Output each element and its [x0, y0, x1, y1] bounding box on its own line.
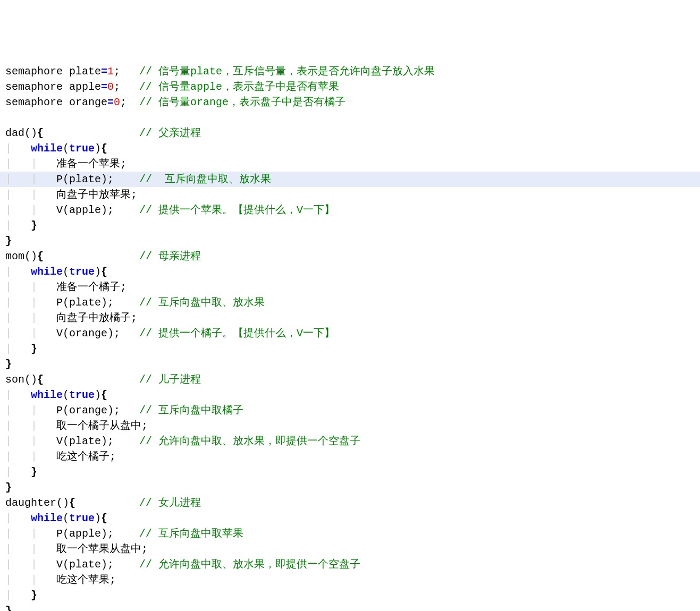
token-identifier: 取一个橘子从盘中;	[56, 420, 148, 432]
token-punct: ()	[24, 127, 37, 139]
code-line[interactable]: mom(){ // 母亲进程	[0, 249, 700, 264]
indent: |	[5, 219, 31, 232]
token-identifier: V(plate);	[56, 435, 139, 447]
token-operator: =	[101, 81, 107, 93]
token-identifier: P(apple);	[56, 528, 139, 540]
code-line[interactable]: | | V(plate); // 允许向盘中取、放水果，即提供一个空盘子	[0, 557, 700, 572]
code-line[interactable]: | | 吃这个橘子;	[0, 449, 700, 464]
indent: | |	[5, 420, 56, 432]
code-line[interactable]: | | 准备一个苹果;	[0, 156, 700, 172]
code-line[interactable]: | | V(apple); // 提供一个苹果。【提供什么，V一下】	[0, 202, 700, 218]
code-line[interactable]	[0, 110, 700, 125]
token-identifier: 吃这个苹果;	[56, 574, 116, 586]
indent: |	[5, 266, 31, 278]
code-line[interactable]: semaphore orange=0; // 信号量orange，表示盘子中是否…	[0, 95, 700, 110]
token-keyword: while	[31, 389, 63, 401]
token-punct: (	[63, 142, 69, 155]
token-punct: )	[95, 512, 101, 524]
token-comment: // 允许向盘中取、放水果，即提供一个空盘子	[139, 558, 360, 571]
code-line[interactable]: daughter(){ // 女儿进程	[0, 495, 700, 511]
code-line[interactable]: | | P(apple); // 互斥向盘中取苹果	[0, 526, 700, 541]
code-line[interactable]: semaphore apple=0; // 信号量apple，表示盘子中是否有苹…	[0, 79, 700, 95]
code-line[interactable]: | while(true){	[0, 511, 700, 526]
token-brace: {	[101, 512, 107, 524]
token-identifier: 准备一个苹果;	[56, 158, 126, 170]
token-punct: (	[63, 266, 69, 278]
code-line[interactable]: | while(true){	[0, 264, 700, 279]
token-identifier: 取一个苹果从盘中;	[56, 543, 148, 555]
code-line[interactable]: | | 吃这个苹果;	[0, 572, 700, 588]
indent: | |	[5, 204, 56, 216]
token-punct: ;	[120, 96, 139, 108]
code-line[interactable]: | | P(plate); // 互斥向盘中取、放水果	[0, 295, 700, 310]
token-identifier: semaphore orange	[5, 96, 107, 108]
token-keyword: true	[69, 142, 95, 155]
token-comment: // 互斥向盘中取橘子	[139, 404, 243, 417]
code-line[interactable]: }	[0, 480, 700, 495]
token-punct	[44, 374, 139, 386]
token-punct: )	[95, 389, 101, 401]
code-line[interactable]: | | 向盘子中放苹果;	[0, 187, 700, 202]
code-line[interactable]: dad(){ // 父亲进程	[0, 125, 700, 141]
indent: | |	[5, 558, 56, 571]
token-identifier: daughter	[5, 497, 56, 509]
indent: | |	[5, 189, 56, 201]
indent: | |	[5, 528, 56, 540]
token-punct: ()	[24, 374, 37, 386]
code-line[interactable]: | while(true){	[0, 387, 700, 403]
code-line[interactable]: | }	[0, 588, 700, 603]
code-line[interactable]: | }	[0, 464, 700, 480]
code-line[interactable]: | | 取一个橘子从盘中;	[0, 418, 700, 434]
token-brace: }	[5, 358, 12, 370]
code-line[interactable]: | }	[0, 341, 700, 357]
token-identifier: dad	[5, 127, 24, 139]
token-comment: // 互斥向盘中取苹果	[139, 528, 243, 540]
token-brace: {	[37, 374, 44, 386]
code-line[interactable]: | | P(orange); // 互斥向盘中取橘子	[0, 403, 700, 418]
token-brace: {	[101, 142, 107, 155]
token-brace: {	[37, 250, 44, 262]
code-line[interactable]: | while(true){	[0, 141, 700, 156]
code-editor[interactable]: semaphore plate=1; // 信号量plate，互斥信号量，表示是…	[0, 64, 700, 611]
token-punct: ()	[24, 250, 37, 262]
token-brace: }	[5, 235, 12, 247]
token-punct	[44, 127, 139, 139]
code-line[interactable]: }	[0, 603, 700, 611]
token-identifier: mom	[5, 250, 24, 262]
token-comment: // 提供一个苹果。【提供什么，V一下】	[139, 204, 335, 216]
token-keyword: true	[69, 512, 95, 524]
token-number: 0	[107, 81, 114, 93]
token-identifier: V(plate);	[56, 558, 139, 571]
token-brace: }	[31, 466, 37, 478]
indent: | |	[5, 435, 56, 447]
token-comment: // 母亲进程	[139, 250, 201, 262]
indent: | |	[5, 296, 56, 309]
code-line[interactable]: | | V(orange); // 提供一个橘子。【提供什么，V一下】	[0, 326, 700, 341]
token-keyword: while	[31, 142, 63, 155]
code-line[interactable]: | | 准备一个橘子;	[0, 279, 700, 295]
indent: | |	[5, 404, 56, 417]
token-comment: // 互斥向盘中取、放水果	[139, 296, 265, 309]
token-punct: ;	[114, 65, 139, 78]
code-line[interactable]: }	[0, 357, 700, 372]
code-line[interactable]: | | V(plate); // 允许向盘中取、放水果，即提供一个空盘子	[0, 434, 700, 449]
token-identifier: V(orange);	[56, 327, 139, 340]
token-identifier: P(plate);	[56, 296, 139, 309]
token-brace: }	[31, 589, 37, 601]
indent: |	[5, 466, 31, 478]
token-brace: }	[5, 605, 12, 611]
code-line[interactable]: }	[0, 233, 700, 249]
token-comment: // 信号量apple，表示盘子中是否有苹果	[139, 81, 339, 93]
indent: | |	[5, 158, 56, 170]
code-line[interactable]: semaphore plate=1; // 信号量plate，互斥信号量，表示是…	[0, 64, 700, 79]
token-brace: {	[37, 127, 44, 139]
indent: | |	[5, 574, 56, 586]
code-line[interactable]: | | 向盘子中放橘子;	[0, 310, 700, 326]
code-line[interactable]: | | 取一个苹果从盘中;	[0, 541, 700, 557]
token-brace: }	[31, 219, 37, 232]
code-line[interactable]: | }	[0, 218, 700, 233]
token-operator: =	[107, 96, 114, 108]
code-line[interactable]: son(){ // 儿子进程	[0, 372, 700, 387]
token-identifier: 吃这个橘子;	[56, 451, 116, 463]
code-line[interactable]: | | P(plate); // 互斥向盘中取、放水果	[0, 172, 700, 187]
